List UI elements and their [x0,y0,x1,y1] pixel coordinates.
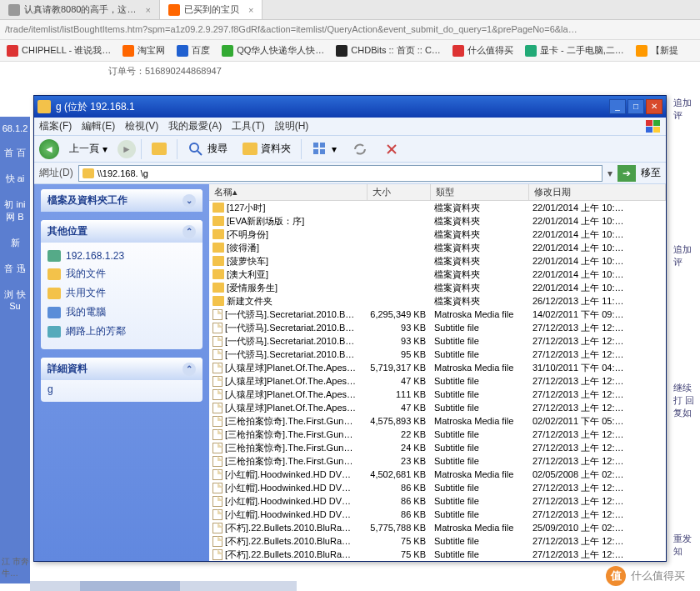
place-item[interactable]: 我的文件 [48,264,196,283]
menu-item[interactable]: 我的最愛(A) [168,119,222,133]
place-item[interactable]: 我的電腦 [48,303,196,322]
svg-rect-1 [653,120,660,126]
file-icon [212,496,222,507]
back-label[interactable]: 上一頁 ▾ [64,140,112,158]
file-row[interactable]: [一代骄马].Secretariat.2010.B…95 KBSubtitle … [209,348,666,361]
minimize-button[interactable]: _ [609,99,626,114]
close-button[interactable]: ✕ [646,99,662,114]
places-section-header[interactable]: 其他位置⌃ [41,220,202,243]
address-bar: 網址(D) \\192.168. \g ▾ ➔ 移至 [34,163,666,184]
address-input[interactable]: \\192.168. \g [78,165,602,182]
sync-icon[interactable] [347,139,373,159]
bookmark-item[interactable]: 淘宝网 [122,44,165,57]
file-row[interactable]: [不朽].22.Bullets.2010.BluRa…75 KBSubtitle… [209,548,666,561]
column-headers[interactable]: 名稱 ▴ 大小 類型 修改日期 [209,184,666,201]
close-icon[interactable]: × [145,5,150,15]
scrollbar[interactable] [30,581,297,591]
file-row[interactable]: [爱情服务生]檔案資料夾22/01/2014 上午 10:… [209,281,666,294]
watermark: 值 什么值得买 [606,566,685,586]
windows-flag-icon [646,120,661,133]
url-bar[interactable]: /trade/itemlist/listBoughtItems.htm?spm=… [0,20,700,40]
file-row[interactable]: [一代骄马].Secretariat.2010.B…6,295,349 KBMa… [209,308,666,321]
chevron-icon: ⌃ [182,225,196,238]
svg-line-5 [198,151,202,155]
file-icon [212,363,222,373]
close-icon[interactable]: × [248,5,253,15]
file-icon [212,416,222,427]
bookmark-item[interactable]: 百度 [177,44,210,57]
view-button[interactable]: ▾ [307,139,342,159]
back-button[interactable]: ◄ [39,139,59,159]
file-row[interactable]: [菠萝快车]檔案資料夾22/01/2014 上午 10:… [209,254,666,268]
up-button[interactable] [147,141,172,157]
menu-item[interactable]: 工具(T) [232,119,264,133]
file-row[interactable]: [小红帽].Hoodwinked.HD DV…86 KBSubtitle fil… [209,508,666,521]
file-icon [212,443,222,453]
file-list-pane: 名稱 ▴ 大小 類型 修改日期 [127小时]檔案資料夾22/01/2014 上… [209,184,666,561]
place-item[interactable]: 網路上的芳鄰 [48,322,196,341]
folder-icon [38,100,51,113]
folder-icon [212,296,224,306]
place-item[interactable]: 共用文件 [48,283,196,303]
file-row[interactable]: [EVA新剧场版：序]檔案資料夾22/01/2014 上午 10:… [209,214,666,228]
file-row[interactable]: [人猿星球]Planet.Of.The.Apes…47 KBSubtitle f… [209,401,666,414]
file-icon [212,309,222,320]
place-item[interactable]: 192.168.1.23 [48,248,196,264]
bookmark-item[interactable]: CHIPHELL - 谁说我… [7,44,111,57]
bookmark-item[interactable]: QQ华人快递华人快… [222,44,324,57]
file-icon [212,323,222,333]
file-row[interactable]: [127小时]檔案資料夾22/01/2014 上午 10:… [209,201,666,214]
menu-item[interactable]: 檢視(V) [125,119,158,133]
bookmark-item[interactable]: CHDBits :: 首页 :: C… [336,44,441,57]
file-row[interactable]: [人猿星球]Planet.Of.The.Apes…5,719,317 KBMat… [209,361,666,374]
file-row[interactable]: [不明身份]檔案資料夾22/01/2014 上午 10:… [209,228,666,241]
menu-item[interactable]: 說明(H) [275,119,309,133]
forward-button: ► [118,140,136,158]
file-row[interactable]: [彼得潘]檔案資料夾22/01/2014 上午 10:… [209,241,666,254]
file-icon [212,483,222,493]
col-date[interactable]: 修改日期 [529,184,666,200]
maximize-button[interactable]: □ [628,99,644,114]
menu-item[interactable]: 編輯(E) [82,119,115,133]
folder-icon [212,216,224,226]
col-size[interactable]: 大小 [368,184,431,200]
folder-icon [212,256,224,266]
file-icon [212,523,222,533]
file-row[interactable]: [小红帽].Hoodwinked.HD DV…86 KBSubtitle fil… [209,494,666,508]
menu-item[interactable]: 檔案(F) [39,119,72,133]
file-row[interactable]: [三枪拍案惊奇].The.First.Gun…22 KBSubtitle fil… [209,428,666,441]
file-row[interactable]: [不朽].22.Bullets.2010.BluRa…5,775,788 KBM… [209,521,666,534]
file-row[interactable]: [三枪拍案惊奇].The.First.Gun…24 KBSubtitle fil… [209,441,666,454]
bookmark-item[interactable]: 【新提 [636,44,678,57]
svg-point-4 [190,143,198,152]
cancel-icon[interactable] [378,139,405,159]
browser-tab[interactable]: 已买到的宝贝× [160,0,262,19]
folders-button[interactable]: 資料夾 [238,140,296,158]
browser-tabs: 认真请教8080的高手，这…×已买到的宝贝× [0,0,700,20]
file-row[interactable]: [人猿星球]Planet.Of.The.Apes…47 KBSubtitle f… [209,374,666,388]
file-row[interactable]: [小红帽].Hoodwinked.HD DV…4,502,681 KBMatro… [209,468,666,481]
file-row[interactable]: [人猿星球]Planet.Of.The.Apes…111 KBSubtitle … [209,388,666,401]
bookmark-item[interactable]: 什么值得买 [452,44,513,57]
file-row[interactable]: [一代骄马].Secretariat.2010.B…93 KBSubtitle … [209,334,666,348]
file-row[interactable]: [不朽].22.Bullets.2010.BluRa…75 KBSubtitle… [209,534,666,548]
go-button[interactable]: ➔ [618,165,636,182]
bookmark-item[interactable]: 显卡 - 二手电脑,二… [525,44,624,57]
tasks-section-header[interactable]: 檔案及資料夾工作⌄ [41,189,202,212]
details-section-header[interactable]: 詳細資料⌃ [41,358,202,380]
file-icon [212,389,222,400]
file-row[interactable]: 新建文件夹檔案資料夾26/12/2013 上午 11:… [209,294,666,308]
file-row[interactable]: [三枪拍案惊奇].The.First.Gun…23 KBSubtitle fil… [209,454,666,468]
col-name[interactable]: 名稱 ▴ [209,184,368,200]
search-button[interactable]: 搜尋 [182,139,232,159]
file-row[interactable]: [小红帽].Hoodwinked.HD DV…86 KBSubtitle fil… [209,481,666,494]
file-row[interactable]: [三枪拍案惊奇].The.First.Gun…4,575,893 KBMatro… [209,414,666,428]
browser-tab[interactable]: 认真请教8080的高手，这…× [0,0,160,19]
titlebar[interactable]: g (位於 192.168.1 _ □ ✕ [34,96,666,118]
folder-icon [82,168,94,178]
col-type[interactable]: 類型 [431,184,529,200]
file-row[interactable]: [一代骄马].Secretariat.2010.B…93 KBSubtitle … [209,321,666,334]
bookmarks-bar: CHIPHELL - 谁说我…淘宝网百度QQ华人快递华人快…CHDBits ::… [0,40,700,62]
file-row[interactable]: [澳大利亚]檔案資料夾22/01/2014 上午 10:… [209,268,666,281]
file-icon [212,349,222,360]
